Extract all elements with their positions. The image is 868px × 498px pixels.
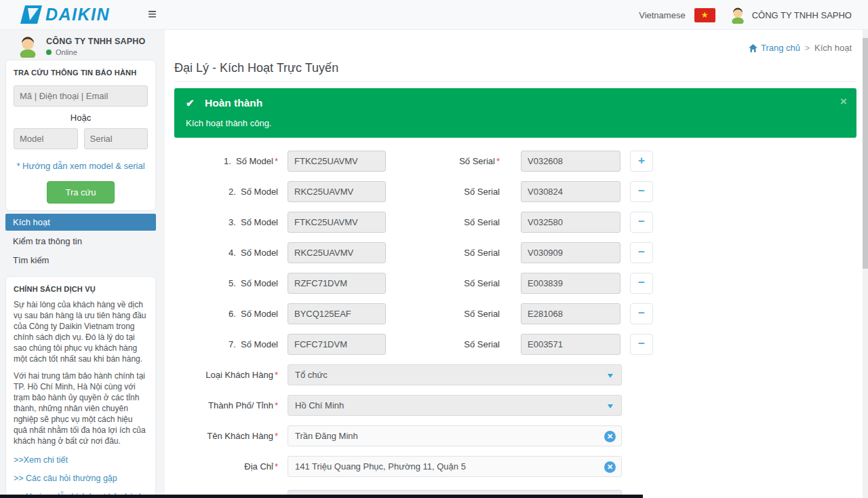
required-marker: * <box>496 156 500 166</box>
sidebar-menu: Kích hoạt Kiểm tra thông tin Tìm kiếm <box>5 214 156 271</box>
scrollbar-thumb[interactable] <box>863 38 868 269</box>
device-row: 3. Số Model Số Serial − <box>174 212 690 233</box>
lookup-serial-input[interactable] <box>84 128 149 149</box>
sidebar-item-kiem-tra-thong-tin[interactable]: Kiểm tra thông tin <box>5 233 156 250</box>
city-select[interactable]: Hồ Chí Minh <box>288 395 622 416</box>
model-input[interactable] <box>288 212 386 233</box>
sidebar-user-name: CÔNG TY TNHH SAPHO <box>46 37 145 46</box>
serial-input[interactable] <box>521 303 620 324</box>
breadcrumb-home-label: Trang chủ <box>761 43 800 53</box>
device-row: 4. Số Model Số Serial − <box>174 242 690 263</box>
policy-link-details[interactable]: >>Xem chi tiết <box>14 455 148 465</box>
customer-type-select[interactable]: Tổ chức <box>288 364 622 385</box>
or-label: Hoặc <box>14 113 148 123</box>
serial-label: Số Serial <box>386 187 500 197</box>
customer-type-label: Loại Khách Hàng* <box>174 370 278 380</box>
hamburger-menu-icon[interactable]: ≡ <box>148 5 157 23</box>
device-row: 7. Số Model Số Serial − <box>174 334 690 355</box>
serial-label: Số Serial <box>386 309 500 319</box>
remove-row-button[interactable]: − <box>630 303 653 324</box>
lookup-code-input[interactable] <box>14 85 148 107</box>
required-marker: * <box>275 400 278 410</box>
model-input[interactable] <box>288 334 386 355</box>
breadcrumb: Trang chủ > Kích hoạt <box>749 43 852 53</box>
policy-paragraph-2: Với hai trung tâm bảo hành chính tại TP.… <box>14 370 148 446</box>
model-label: 3. Số Model <box>174 217 278 227</box>
serial-label: Số Serial <box>386 248 500 258</box>
field-row: Tên Khách Hàng* Trần Đăng Minh ✕ <box>174 425 690 446</box>
home-icon <box>749 44 757 52</box>
add-row-button[interactable]: + <box>630 151 653 172</box>
daikin-logo-text: DAIKIN <box>45 5 110 24</box>
required-marker: * <box>275 461 278 472</box>
language-label: Vietnamese <box>639 10 685 20</box>
clear-field-icon[interactable]: ✕ <box>604 461 616 473</box>
model-serial-guide-link[interactable]: * Hướng dẫn xem model & serial <box>14 161 148 171</box>
sidebar-item-tim-kiem[interactable]: Tìm kiếm <box>5 252 156 269</box>
model-label: 7. Số Model <box>174 339 278 349</box>
serial-label: Số Serial <box>386 217 500 227</box>
serial-input[interactable] <box>521 212 620 233</box>
breadcrumb-current: Kích hoạt <box>814 43 852 53</box>
city-label: Thành Phố/ Tỉnh* <box>174 400 278 410</box>
alert-message: Kích hoạt thành công. <box>186 118 271 128</box>
remove-row-button[interactable]: − <box>630 334 653 355</box>
title-divider <box>174 81 856 82</box>
online-status-label: Online <box>56 48 77 56</box>
breadcrumb-separator: > <box>805 43 810 53</box>
lookup-title: TRA CỨU THÔNG TIN BẢO HÀNH <box>14 69 148 77</box>
remove-row-button[interactable]: − <box>630 273 653 294</box>
top-header: DAIKIN ≡ Vietnamese ★ CÔNG TY TNHH SAPHO <box>0 0 868 30</box>
model-label: 4. Số Model <box>174 248 278 258</box>
serial-input[interactable] <box>521 242 620 263</box>
policy-link-faq[interactable]: >> Các câu hỏi thường gặp <box>14 474 148 483</box>
serial-label: Số Serial <box>386 278 500 288</box>
alert-title: Hoàn thành <box>205 97 262 109</box>
remove-row-button[interactable]: − <box>630 242 653 263</box>
success-alert: ✔ Hoàn thành Kích hoạt thành công. × <box>174 88 856 138</box>
serial-label: Số Serial* <box>386 156 500 166</box>
serial-input[interactable] <box>521 151 620 172</box>
chevron-down-icon <box>608 374 613 378</box>
address-input[interactable]: 141 Triệu Quang Phục, Phường 11, Quận 5 … <box>288 456 622 477</box>
daikin-logo[interactable]: DAIKIN <box>20 5 110 24</box>
device-row: 2. Số Model Số Serial − <box>174 181 690 202</box>
user-avatar <box>729 6 747 24</box>
model-input[interactable] <box>288 303 386 324</box>
serial-input[interactable] <box>521 273 620 294</box>
policy-title: CHÍNH SÁCH DỊCH VỤ <box>14 285 148 293</box>
model-label: 1. Số Model* <box>174 156 278 166</box>
sidebar-user-avatar <box>16 35 39 58</box>
clear-field-icon[interactable]: ✕ <box>604 431 616 442</box>
lookup-search-button[interactable]: Tra cứu <box>47 181 114 204</box>
model-label: 2. Số Model <box>174 187 278 197</box>
model-label: 5. Số Model <box>174 278 278 288</box>
service-policy-card: CHÍNH SÁCH DỊCH VỤ Sự hài lòng của khách… <box>5 276 156 498</box>
sidebar-item-kich-hoat[interactable]: Kích hoạt <box>5 214 156 231</box>
header-user-name: CÔNG TY TNHH SAPHO <box>752 10 852 20</box>
warranty-lookup-card: TRA CỨU THÔNG TIN BẢO HÀNH Hoặc * Hướng … <box>5 60 156 211</box>
lookup-model-input[interactable] <box>14 128 78 149</box>
model-input[interactable] <box>288 151 386 172</box>
serial-input[interactable] <box>521 181 620 202</box>
model-input[interactable] <box>288 273 386 294</box>
page-title: Đại Lý - Kích Hoạt Trực Tuyến <box>174 61 338 75</box>
model-input[interactable] <box>288 181 386 202</box>
device-row: 6. Số Model Số Serial − <box>174 303 690 324</box>
serial-input[interactable] <box>521 334 620 355</box>
alert-close-icon[interactable]: × <box>840 96 847 107</box>
breadcrumb-home-link[interactable]: Trang chủ <box>749 43 800 53</box>
vietnam-flag-icon[interactable]: ★ <box>694 8 715 22</box>
field-row: Thành Phố/ Tỉnh* Hồ Chí Minh <box>174 395 690 416</box>
online-status-dot <box>46 50 52 55</box>
header-user-menu[interactable]: CÔNG TY TNHH SAPHO <box>729 6 852 24</box>
required-marker: * <box>275 370 278 380</box>
flag-star: ★ <box>701 11 709 19</box>
model-label: 6. Số Model <box>174 309 278 319</box>
policy-paragraph-1: Sự hài lòng của khách hàng về dịch vụ sa… <box>14 299 148 364</box>
customer-name-input[interactable]: Trần Đăng Minh ✕ <box>288 425 622 446</box>
device-row: 1. Số Model* Số Serial* + <box>174 151 690 172</box>
remove-row-button[interactable]: − <box>630 212 653 233</box>
remove-row-button[interactable]: − <box>630 181 653 202</box>
model-input[interactable] <box>288 242 386 263</box>
